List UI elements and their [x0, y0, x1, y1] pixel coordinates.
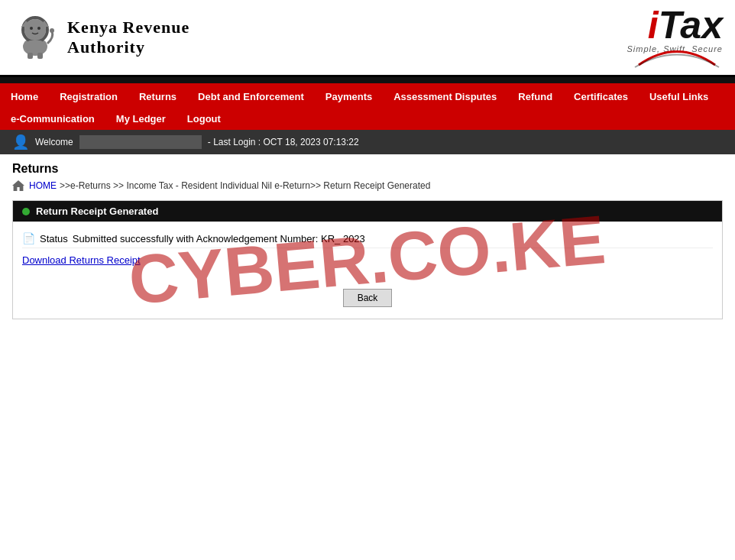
welcome-bar: 👤 Welcome - Last Login : OCT 18, 2023 07…: [0, 130, 735, 154]
svg-point-8: [50, 28, 54, 33]
nav-refund[interactable]: Refund: [507, 86, 563, 108]
itax-brand: iTax: [648, 6, 723, 44]
breadcrumb-home[interactable]: HOME: [29, 180, 57, 191]
nav-ledger[interactable]: My Ledger: [105, 108, 176, 130]
nav-debt[interactable]: Debt and Enforcement: [187, 86, 315, 108]
success-row: 📄 Status Submitted successfully with Ack…: [22, 229, 713, 248]
nav-bar: Home Registration Returns Debt and Enfor…: [0, 86, 735, 130]
username-field[interactable]: [79, 135, 202, 149]
green-dot-icon: [22, 208, 30, 215]
itax-logo: iTax Simple, Swift, Secure: [627, 6, 723, 69]
kra-logo-area: Kenya Revenue Authority: [12, 15, 189, 60]
last-login-text: - Last Login : OCT 18, 2023 07:13:22: [208, 137, 359, 147]
home-icon: [12, 180, 24, 191]
itax-tax: Tax: [659, 4, 723, 47]
download-receipt-link[interactable]: Download Returns Receipt: [22, 254, 713, 266]
breadcrumb: HOME >>e-Returns >> Income Tax - Residen…: [12, 180, 723, 191]
breadcrumb-path: >>e-Returns >> Income Tax - Resident Ind…: [60, 180, 430, 191]
box-header: Return Receipt Generated: [13, 201, 722, 222]
status-icon: 📄: [22, 232, 35, 244]
nav-row-2: e-Communication My Ledger Logout: [0, 108, 232, 130]
receipt-box: CYBER.CO.KE Return Receipt Generated 📄 S…: [12, 200, 723, 319]
welcome-prefix: Welcome: [35, 137, 73, 147]
nav-assessment[interactable]: Assessment Disputes: [383, 86, 507, 108]
nav-useful-links[interactable]: Useful Links: [639, 86, 719, 108]
itax-arc-decoration: [631, 46, 723, 69]
nav-logout[interactable]: Logout: [176, 108, 232, 130]
svg-point-0: [24, 19, 46, 40]
nav-e-comm[interactable]: e-Communication: [0, 108, 105, 130]
svg-point-3: [30, 27, 33, 30]
svg-rect-5: [28, 40, 43, 54]
nav-home[interactable]: Home: [0, 86, 49, 108]
success-label: Status: [40, 233, 68, 244]
svg-rect-7: [37, 53, 43, 59]
content-area: Returns HOME >>e-Returns >> Income Tax -…: [0, 154, 735, 327]
black-divider: [0, 77, 735, 83]
page-title: Returns: [12, 162, 723, 176]
nav-returns[interactable]: Returns: [128, 86, 187, 108]
box-header-label: Return Receipt Generated: [36, 206, 158, 217]
back-button-row: Back: [13, 289, 722, 307]
itax-i: i: [648, 4, 659, 47]
box-content: 📄 Status Submitted successfully with Ack…: [13, 222, 722, 280]
nav-certificates[interactable]: Certificates: [563, 86, 639, 108]
kra-title: Kenya Revenue Authority: [67, 18, 189, 58]
svg-point-4: [37, 27, 40, 30]
success-message: Submitted successfully with Acknowledgem…: [73, 233, 365, 244]
svg-rect-6: [28, 53, 33, 59]
user-icon: 👤: [12, 134, 29, 151]
kra-lion-icon: [12, 15, 58, 60]
back-button[interactable]: Back: [343, 289, 393, 307]
nav-payments[interactable]: Payments: [315, 86, 383, 108]
page-header: Kenya Revenue Authority iTax Simple, Swi…: [0, 0, 735, 77]
nav-registration[interactable]: Registration: [49, 86, 128, 108]
nav-row-1: Home Registration Returns Debt and Enfor…: [0, 86, 719, 108]
